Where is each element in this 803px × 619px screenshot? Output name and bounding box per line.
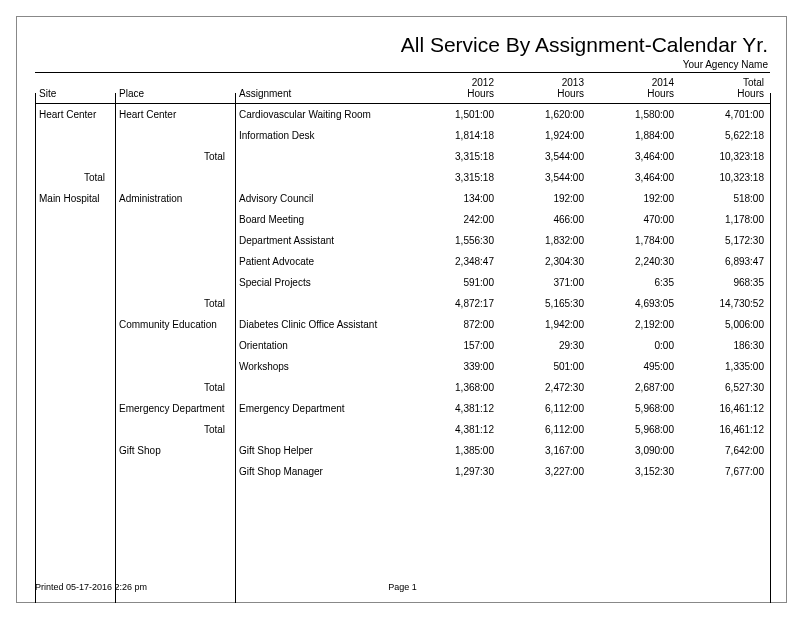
cell-assign: Department Assistant: [235, 230, 410, 251]
table-row: Total1,368:002,472:302,687:006,527:30: [35, 377, 770, 398]
cell-v3: 2,687:00: [590, 377, 680, 398]
cell-v3: 3,090:00: [590, 440, 680, 461]
cell-place: [115, 251, 235, 272]
cell-vt: 968:35: [680, 272, 770, 293]
cell-v1: 1,385:00: [410, 440, 500, 461]
table-row: Main HospitalAdministrationAdvisory Coun…: [35, 188, 770, 209]
table-body: Heart CenterHeart CenterCardiovascular W…: [35, 104, 770, 483]
cell-site: [35, 293, 115, 314]
cell-assign: Diabetes Clinic Office Assistant: [235, 314, 410, 335]
agency-name: Your Agency Name: [35, 59, 770, 70]
cell-place: [115, 209, 235, 230]
cell-place: [115, 356, 235, 377]
table-row: Workshops339:00501:00495:001,335:00: [35, 356, 770, 377]
cell-v3: 6:35: [590, 272, 680, 293]
cell-place: [115, 335, 235, 356]
report-footer: Printed 05-17-2016 2:26 pm Page 1: [35, 582, 770, 592]
report-table: Site Place Assignment 2012Hours 2013Hour…: [35, 72, 770, 482]
cell-v2: 2,472:30: [500, 377, 590, 398]
cell-site: [35, 335, 115, 356]
page-number: Page 1: [35, 582, 770, 592]
cell-v3: 0:00: [590, 335, 680, 356]
cell-v1: 339:00: [410, 356, 500, 377]
cell-vt: 1,335:00: [680, 356, 770, 377]
cell-assign: Emergency Department: [235, 398, 410, 419]
cell-assign: Orientation: [235, 335, 410, 356]
cell-v1: 591:00: [410, 272, 500, 293]
cell-place: Heart Center: [115, 104, 235, 126]
cell-v3: 470:00: [590, 209, 680, 230]
cell-vt: 6,893:47: [680, 251, 770, 272]
cell-place: Gift Shop: [115, 440, 235, 461]
table-row: Total4,872:175,165:304,693:0514,730:52: [35, 293, 770, 314]
cell-v3: 2,192:00: [590, 314, 680, 335]
cell-v3: 5,968:00: [590, 398, 680, 419]
cell-vt: 16,461:12: [680, 419, 770, 440]
table-row: Heart CenterHeart CenterCardiovascular W…: [35, 104, 770, 126]
cell-v3: 1,580:00: [590, 104, 680, 126]
cell-v2: 192:00: [500, 188, 590, 209]
cell-v1: 3,315:18: [410, 146, 500, 167]
rule-1: [115, 93, 116, 603]
cell-v1: 1,556:30: [410, 230, 500, 251]
cell-v3: 2,240:30: [590, 251, 680, 272]
table-row: Total3,315:183,544:003,464:0010,323:18: [35, 167, 770, 188]
cell-v3: 4,693:05: [590, 293, 680, 314]
cell-place: [115, 167, 235, 188]
cell-v1: 4,381:12: [410, 398, 500, 419]
cell-site: [35, 356, 115, 377]
cell-vt: 16,461:12: [680, 398, 770, 419]
cell-assign: Information Desk: [235, 125, 410, 146]
cell-assign: Gift Shop Helper: [235, 440, 410, 461]
table-row: Board Meeting242:00466:00470:001,178:00: [35, 209, 770, 230]
cell-site: [35, 146, 115, 167]
col-total: TotalHours: [680, 73, 770, 104]
cell-vt: 5,006:00: [680, 314, 770, 335]
cell-vt: 186:30: [680, 335, 770, 356]
cell-v2: 3,544:00: [500, 167, 590, 188]
cell-assign: Patient Advocate: [235, 251, 410, 272]
table-row: Orientation157:0029:300:00186:30: [35, 335, 770, 356]
cell-v3: 3,464:00: [590, 167, 680, 188]
cell-v3: 3,464:00: [590, 146, 680, 167]
rule-left: [35, 93, 36, 603]
cell-vt: 14,730:52: [680, 293, 770, 314]
cell-vt: 5,172:30: [680, 230, 770, 251]
rule-right: [770, 93, 771, 603]
cell-vt: 5,622:18: [680, 125, 770, 146]
cell-v1: 1,368:00: [410, 377, 500, 398]
cell-v2: 29:30: [500, 335, 590, 356]
cell-vt: 4,701:00: [680, 104, 770, 126]
col-2013: 2013Hours: [500, 73, 590, 104]
cell-assign: Cardiovascular Waiting Room: [235, 104, 410, 126]
cell-site: [35, 314, 115, 335]
cell-assign: [235, 377, 410, 398]
cell-v2: 3,167:00: [500, 440, 590, 461]
table-row: Emergency DepartmentEmergency Department…: [35, 398, 770, 419]
table-row: Patient Advocate2,348:472,304:302,240:30…: [35, 251, 770, 272]
cell-v1: 4,872:17: [410, 293, 500, 314]
cell-v2: 1,832:00: [500, 230, 590, 251]
cell-v2: 6,112:00: [500, 398, 590, 419]
cell-place: [115, 230, 235, 251]
cell-v1: 4,381:12: [410, 419, 500, 440]
cell-v2: 3,544:00: [500, 146, 590, 167]
col-2012: 2012Hours: [410, 73, 500, 104]
cell-vt: 10,323:18: [680, 146, 770, 167]
report-page: All Service By Assignment-Calendar Yr. Y…: [16, 16, 787, 603]
cell-v1: 2,348:47: [410, 251, 500, 272]
table-row: Gift ShopGift Shop Helper1,385:003,167:0…: [35, 440, 770, 461]
header-row: Site Place Assignment 2012Hours 2013Hour…: [35, 73, 770, 104]
cell-v2: 6,112:00: [500, 419, 590, 440]
col-site: Site: [35, 73, 115, 104]
table-row: Total3,315:183,544:003,464:0010,323:18: [35, 146, 770, 167]
cell-v2: 3,227:00: [500, 461, 590, 482]
cell-site: [35, 461, 115, 482]
cell-site: [35, 209, 115, 230]
cell-v3: 3,152:30: [590, 461, 680, 482]
cell-v2: 1,924:00: [500, 125, 590, 146]
cell-vt: 7,642:00: [680, 440, 770, 461]
cell-site: [35, 398, 115, 419]
cell-site: Heart Center: [35, 104, 115, 126]
cell-vt: 518:00: [680, 188, 770, 209]
